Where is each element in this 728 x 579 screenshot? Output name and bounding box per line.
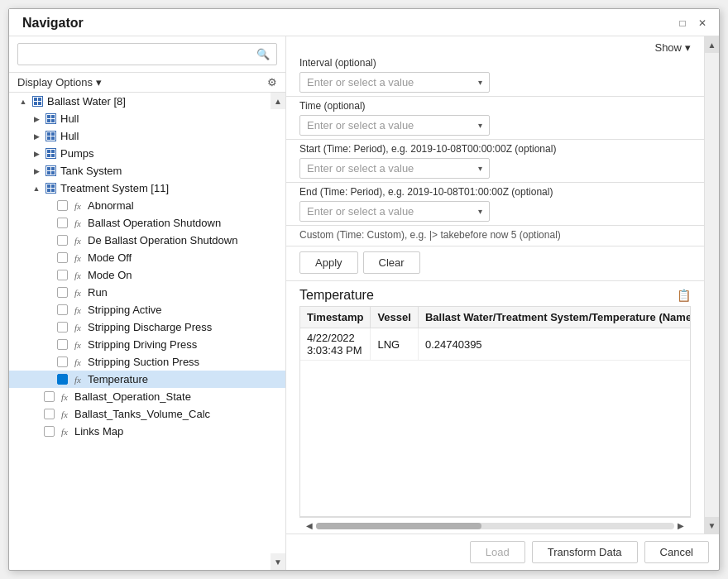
node-label: Tank System [60, 165, 122, 177]
tree-node-ballast-tanks-vol[interactable]: ▶ fx Ballast_Tanks_Volume_Calc [9, 405, 285, 423]
start-label: Start (Time: Period), e.g. 2019-10-08T00… [299, 143, 691, 155]
horizontal-scrollbar[interactable]: ◀ ▶ [299, 517, 691, 534]
tree-scroll-up[interactable]: ▲ [271, 93, 285, 109]
col-timestamp: Timestamp [300, 307, 371, 328]
export-icon[interactable]: 📋 [677, 289, 691, 302]
tree-node-ballast-water[interactable]: ▲ Ballast Water [8] [9, 93, 285, 110]
filter-icon[interactable]: ⚙ [267, 76, 277, 89]
load-button[interactable]: Load [470, 541, 525, 563]
node-label: Hull [60, 112, 79, 125]
checkbox-de-ballast-op-shutdown[interactable] [57, 235, 68, 246]
right-vertical-scrollbar[interactable]: ▲ ▼ [704, 36, 719, 534]
start-arrow: ▾ [478, 164, 482, 173]
tree-node-pumps[interactable]: ▶ Pumps [9, 145, 285, 162]
tree-node-links-map[interactable]: ▶ fx Links Map [9, 423, 285, 440]
node-label: Pumps [60, 147, 93, 160]
show-button[interactable]: Show ▾ [654, 41, 691, 54]
checkbox-stripping-suction[interactable] [57, 356, 68, 367]
vscroll-up[interactable]: ▲ [705, 36, 719, 53]
tree-scroll-down[interactable]: ▼ [271, 553, 285, 570]
checkbox-stripping-driving[interactable] [57, 339, 68, 350]
navigator-window: Navigator □ ✕ 🔍 Display Options ▾ [8, 8, 720, 571]
checkbox-ballast-tanks-vol[interactable] [44, 409, 55, 419]
tree-node-hull1[interactable]: ▶ Hull [9, 110, 285, 127]
node-label: Stripping Active [88, 304, 162, 316]
tree-node-abnormal[interactable]: ▶ fx Abnormal [9, 197, 285, 214]
time-arrow: ▾ [478, 121, 482, 130]
end-label: End (Time: Period), e.g. 2019-10-08T01:0… [299, 186, 691, 198]
interval-label: Interval (optional) [299, 57, 691, 69]
tree-node-hull2[interactable]: ▶ Hull [9, 127, 285, 145]
filter-start-section: Start (Time: Period), e.g. 2019-10-08T00… [286, 140, 704, 183]
fx-icon: fx [58, 391, 71, 403]
time-label: Time (optional) [299, 100, 691, 112]
checkbox-mode-off[interactable] [57, 252, 68, 263]
tree-node-stripping-discharge[interactable]: ▶ fx Stripping Discharge Press [9, 318, 285, 336]
cancel-button[interactable]: Cancel [644, 541, 709, 563]
hscroll-left[interactable]: ◀ [306, 521, 313, 530]
checkbox-ballast-op-state[interactable] [44, 391, 55, 402]
time-select[interactable]: Enter or select a value ▾ [299, 115, 490, 136]
node-label: Hull [60, 130, 79, 142]
node-label: Stripping Driving Press [88, 338, 197, 351]
expand-icon: ▲ [17, 96, 29, 108]
footer-bar: Load Transform Data Cancel [286, 534, 719, 570]
node-label: Mode Off [88, 251, 132, 264]
display-options-arrow: ▾ [96, 76, 102, 89]
title-bar: Navigator □ ✕ [9, 9, 719, 36]
checkbox-run[interactable] [57, 287, 68, 298]
checkbox-mode-on[interactable] [57, 270, 68, 280]
tree-node-ballast-op-shutdown[interactable]: ▶ fx Ballast Operation Shutdown [9, 214, 285, 232]
checkbox-ballast-op-shutdown[interactable] [57, 218, 68, 228]
time-placeholder: Enter or select a value [307, 119, 475, 132]
close-button[interactable]: ✕ [696, 17, 709, 30]
search-input[interactable] [18, 44, 250, 65]
tree-node-tank-system[interactable]: ▶ Tank System [9, 162, 285, 179]
hscroll-right[interactable]: ▶ [678, 521, 684, 530]
apply-button[interactable]: Apply [299, 251, 358, 274]
display-options-button[interactable]: Display Options ▾ [17, 76, 102, 89]
end-placeholder: Enter or select a value [307, 205, 475, 218]
tree-node-stripping-driving[interactable]: ▶ fx Stripping Driving Press [9, 336, 285, 353]
fx-icon: fx [58, 426, 71, 438]
search-bar: 🔍 [9, 36, 285, 73]
tree-node-mode-on[interactable]: ▶ fx Mode On [9, 266, 285, 284]
apply-clear-row: Apply Clear [286, 246, 704, 281]
table-icon [44, 113, 57, 125]
fx-icon: fx [71, 339, 84, 351]
checkbox-abnormal[interactable] [57, 200, 68, 211]
checkbox-temperature[interactable] [57, 374, 68, 385]
tree-node-mode-off[interactable]: ▶ fx Mode Off [9, 249, 285, 266]
fx-icon: fx [71, 252, 84, 264]
right-panel: Show ▾ Interval (optional) Enter or sele… [286, 36, 719, 570]
interval-select[interactable]: Enter or select a value ▾ [299, 72, 490, 93]
clear-button[interactable]: Clear [363, 251, 420, 274]
expand-icon: ▲ [31, 183, 42, 194]
fx-icon: fx [71, 322, 84, 333]
tree-node-stripping-active[interactable]: ▶ fx Stripping Active [9, 301, 285, 318]
search-input-wrap[interactable]: 🔍 [17, 43, 277, 65]
transform-data-button[interactable]: Transform Data [532, 541, 638, 563]
result-table[interactable]: Timestamp Vessel Ballast Water/Treatment… [299, 306, 691, 517]
display-options-label: Display Options [17, 76, 93, 89]
col-value: Ballast Water/Treatment System/Temperatu… [418, 307, 691, 328]
tree-container[interactable]: ▲ ▲ Ballast Water [8] ▶ Hull [9, 93, 285, 570]
start-select[interactable]: Enter or select a value ▾ [299, 158, 490, 179]
tree-node-run[interactable]: ▶ fx Run [9, 284, 285, 301]
right-panel-inner: Show ▾ Interval (optional) Enter or sele… [286, 36, 719, 534]
tree-node-treatment-system[interactable]: ▲ Treatment System [11] [9, 179, 285, 197]
search-icon[interactable]: 🔍 [250, 44, 276, 65]
interval-placeholder: Enter or select a value [307, 76, 475, 89]
checkbox-stripping-active[interactable] [57, 304, 68, 315]
tree-node-stripping-suction[interactable]: ▶ fx Stripping Suction Press [9, 353, 285, 371]
result-title: Temperature [299, 288, 374, 303]
vscroll-down[interactable]: ▼ [705, 517, 719, 534]
table-row: 4/22/2022 3:03:43 PM LNG 0.24740395 [300, 328, 691, 361]
tree-node-ballast-op-state[interactable]: ▶ fx Ballast_Operation_State [9, 388, 285, 405]
tree-node-temperature[interactable]: ▶ fx Temperature [9, 371, 285, 388]
tree-node-de-ballast-op-shutdown[interactable]: ▶ fx De Ballast Operation Shutdown [9, 232, 285, 249]
checkbox-stripping-discharge[interactable] [57, 322, 68, 333]
minimize-button[interactable]: □ [676, 17, 689, 30]
end-select[interactable]: Enter or select a value ▾ [299, 201, 490, 222]
checkbox-links-map[interactable] [44, 426, 55, 437]
